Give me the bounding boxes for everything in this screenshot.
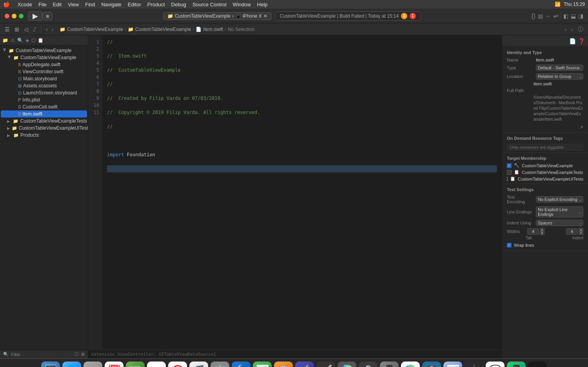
target-checkbox-1[interactable] xyxy=(507,170,512,175)
dock-garageband[interactable]: 🎸 xyxy=(316,362,335,367)
tab-width-stepper[interactable]: ▲ ▼ xyxy=(527,228,544,235)
menu-edit[interactable]: Edit xyxy=(53,2,62,7)
dock-finder[interactable]: 🖥️ xyxy=(41,362,60,367)
navigator-toggle[interactable]: ☰ xyxy=(3,25,11,33)
dock-settings[interactable]: ⚙️ xyxy=(211,362,229,367)
sidebar-item-launchscreen[interactable]: ⊡ LaunchScreen.storyboard xyxy=(1,89,87,96)
code-content[interactable]: // // Item.swift // CustomTableViewExamp… xyxy=(102,35,502,350)
dock-vpn[interactable]: 🔒 xyxy=(359,362,377,367)
target-row-2[interactable]: 📋 CustomTableViewExampleUITests xyxy=(502,175,588,184)
close-button[interactable] xyxy=(5,14,9,18)
editor-layout-icon[interactable]: ▤ xyxy=(538,13,543,19)
file-inspector-icon[interactable]: 📄 xyxy=(569,38,576,44)
wrap-lines-checkbox[interactable]: ✓ xyxy=(507,243,512,248)
dock-pages[interactable]: 📋 xyxy=(274,362,293,367)
grid-icon[interactable]: ⊞ xyxy=(81,352,85,357)
sidebar-item-root-group[interactable]: ▶ 📁 CustomTableViewExample xyxy=(1,47,87,54)
next-result-icon[interactable]: › xyxy=(570,25,575,33)
menu-source-control[interactable]: Source Control xyxy=(192,2,227,7)
sidebar-item-infoplist[interactable]: P Info.plist xyxy=(1,96,87,103)
filter-icon[interactable]: 🔍 xyxy=(3,352,9,357)
sidebar-item-main-storyboard[interactable]: ⊡ Main.storyboard xyxy=(1,75,87,82)
dock-whatsapp[interactable]: 📱 xyxy=(507,362,526,367)
dock-xcode[interactable]: 🔨 xyxy=(232,362,250,367)
dock-safari[interactable]: 🌐 xyxy=(62,362,81,367)
on-demand-input[interactable] xyxy=(507,144,583,151)
reveal-in-finder-icon[interactable]: ↗ xyxy=(579,125,583,130)
tab-width-up[interactable]: ▲ xyxy=(540,228,544,231)
dock-tower[interactable]: 🗼 xyxy=(465,362,483,367)
dock-keynote[interactable]: ⚡ xyxy=(295,362,314,367)
sidebar-item-item-swift[interactable]: S Item.swift xyxy=(1,110,87,118)
breadcrumb-file[interactable]: Item.swift xyxy=(203,27,223,32)
menu-xcode[interactable]: Xcode xyxy=(18,2,32,7)
indent-using-select-wrapper[interactable]: Spaces xyxy=(536,220,583,226)
dock-maps[interactable]: 🗺️ xyxy=(126,362,145,367)
menu-find[interactable]: Find xyxy=(85,2,95,7)
indent-width-down[interactable]: ▼ xyxy=(579,231,583,235)
sidebar-item-viewcontroller[interactable]: S ViewController.swift xyxy=(1,68,87,75)
type-select[interactable]: Default - Swift Source xyxy=(536,65,583,71)
maximize-button[interactable] xyxy=(19,14,24,18)
line-endings-select[interactable]: No Explicit Line Endings xyxy=(536,206,583,217)
warnings-badge[interactable]: 3 xyxy=(401,13,407,19)
tab-width-input[interactable] xyxy=(527,228,539,235)
folder-icon-nav[interactable]: 📁 xyxy=(2,38,8,43)
apple-menu[interactable]: 🍎 xyxy=(3,1,10,7)
indent-width-stepper[interactable]: ▲ ▼ xyxy=(566,228,583,235)
dock-reminders[interactable]: 🎯 xyxy=(168,362,187,367)
indent-width-input[interactable] xyxy=(566,228,578,235)
errors-badge[interactable]: 1 xyxy=(410,13,416,19)
stop-button[interactable]: ■ xyxy=(42,12,53,20)
search-icon-nav[interactable]: 🔍 xyxy=(17,38,23,43)
panel-bottom-icon[interactable]: ⬓ xyxy=(571,13,576,19)
sidebar-item-appdelegate[interactable]: S AppDelegate.swift xyxy=(1,61,87,68)
dock-simulator[interactable]: 📱 xyxy=(380,362,399,367)
wrap-lines-row[interactable]: ✓ Wrap lines xyxy=(502,242,588,251)
location-select[interactable]: Relative to Group xyxy=(536,73,583,80)
tab-width-down[interactable]: ▼ xyxy=(540,231,544,235)
indent-using-select[interactable]: Spaces xyxy=(536,220,583,226)
report-icon[interactable]: 📋 xyxy=(38,38,44,43)
source-btn[interactable]: ⑀ xyxy=(31,25,38,33)
quick-help-icon[interactable]: ❓ xyxy=(578,38,585,44)
target-checkbox-0[interactable]: ✓ xyxy=(507,163,512,168)
assistant-editor-icon[interactable]: ↔ xyxy=(545,13,551,19)
sidebar-group-main[interactable]: ▶ 📁 CustomTableViewExample xyxy=(1,54,87,61)
menu-navigate[interactable]: Navigate xyxy=(101,2,121,7)
menu-debug[interactable]: Debug xyxy=(171,2,186,7)
previous-result-icon[interactable]: ‹ xyxy=(563,25,568,33)
dock-slack[interactable]: 💬 xyxy=(486,362,505,367)
info-icon[interactable]: ⓘ xyxy=(74,351,79,357)
back-button[interactable]: ‹ xyxy=(44,25,49,33)
breadcrumb-group[interactable]: CustomTableViewExample xyxy=(135,27,191,32)
type-select-wrapper[interactable]: Default - Swift Source xyxy=(536,65,583,71)
minimize-button[interactable] xyxy=(12,14,16,18)
dock-calendar[interactable]: 📅 xyxy=(105,362,123,367)
dock-vmware[interactable]: 🌍 xyxy=(338,362,356,367)
encoding-select[interactable]: No Explicit Encoding xyxy=(536,196,583,202)
scheme-selector[interactable]: 📁 CustomTableViewExample › 📱 iPhone X ✕ xyxy=(163,12,272,20)
code-editor[interactable]: 1 2 3 4 5 6 7 8 9 10 11 // // Item.swift… xyxy=(88,35,502,358)
menu-help[interactable]: Help xyxy=(257,2,268,7)
location-select-wrapper[interactable]: Relative to Group xyxy=(536,73,583,80)
inspector-icon[interactable]: ⓘ xyxy=(576,25,585,34)
target-row-1[interactable]: 📋 CustomTableViewExampleTests xyxy=(502,169,588,175)
dock-terminal[interactable]: ⌨️ xyxy=(528,362,547,367)
diff-btn[interactable]: ◁ xyxy=(22,25,30,33)
dock-photos[interactable]: 📷 xyxy=(147,362,166,367)
close-device-icon[interactable]: ✕ xyxy=(263,13,267,19)
warning-icon-nav[interactable]: ⚠ xyxy=(11,38,15,43)
sidebar-group-products[interactable]: ▶ 📁 Products xyxy=(1,132,87,139)
indent-width-up[interactable]: ▲ xyxy=(579,228,583,231)
run-button[interactable]: ▶ xyxy=(28,11,42,21)
dock-chrome[interactable]: 🌍 xyxy=(401,362,420,367)
sidebar-item-assets[interactable]: ⊟ Assets.xcassets xyxy=(1,82,87,89)
editor-control[interactable]: ⊞ xyxy=(13,25,21,33)
forward-button[interactable]: › xyxy=(50,25,55,33)
breakpoints-icon[interactable]: ⬡ xyxy=(31,38,35,43)
encoding-select-wrapper[interactable]: No Explicit Encoding xyxy=(536,196,583,202)
dock-sequel[interactable]: 🗄️ xyxy=(422,362,441,367)
menu-file[interactable]: File xyxy=(38,2,47,7)
sidebar-item-customcell[interactable]: S CustomCell.swift xyxy=(1,103,87,110)
